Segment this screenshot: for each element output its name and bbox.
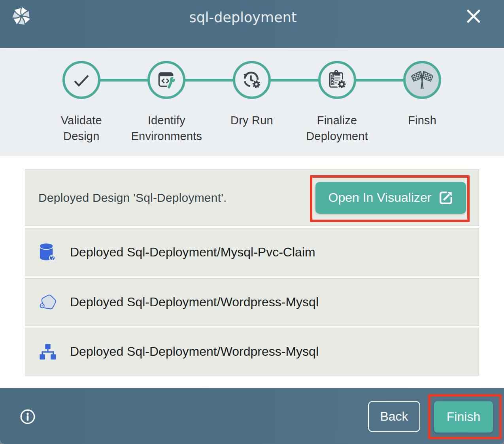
design-summary-row: Deployed Design 'Sql-Deployment'. Open I… bbox=[25, 169, 479, 226]
step-dry-run: Dry Run bbox=[209, 48, 294, 144]
open-in-visualizer-button[interactable]: Open In Visualizer bbox=[315, 182, 466, 214]
step-circle-finalize[interactable] bbox=[318, 61, 356, 99]
step-label: Dry Run bbox=[230, 112, 273, 128]
clipboard-gear-icon bbox=[326, 69, 348, 91]
step-label-line1: Finalize bbox=[317, 114, 357, 127]
pentagon-icon bbox=[40, 293, 56, 311]
info-icon[interactable] bbox=[20, 409, 36, 425]
result-icon-cell bbox=[40, 343, 56, 360]
result-icon-cell bbox=[40, 242, 56, 262]
step-label-line1: Finsh bbox=[408, 114, 436, 127]
dialog-title: sql-deployment bbox=[0, 0, 486, 35]
step-validate-design: ValidateDesign bbox=[39, 48, 124, 144]
result-icon-cell bbox=[40, 293, 56, 311]
checkered-flags-icon bbox=[409, 70, 436, 90]
deployment-results: Deployed Design 'Sql-Deployment'. Open I… bbox=[25, 169, 479, 376]
result-row-wordpress-mysql-1: Deployed Sql-Deployment/Wordpress-Mysql bbox=[25, 278, 479, 326]
finish-button[interactable]: Finish bbox=[434, 401, 493, 433]
deployment-wizard-dialog: sql-deployment ValidateDesign bbox=[0, 0, 504, 444]
step-label: IdentifyEnvironments bbox=[131, 112, 202, 144]
result-row-mysql-pvc-claim: Deployed Sql-Deployment/Mysql-Pvc-Claim bbox=[25, 228, 479, 276]
close-icon[interactable] bbox=[466, 8, 481, 24]
step-label: Finsh bbox=[408, 112, 436, 128]
step-finalize-deployment: FinalizeDeployment bbox=[294, 48, 380, 144]
step-circle-finish[interactable] bbox=[403, 61, 441, 99]
step-finish: Finsh bbox=[379, 48, 465, 144]
code-window-wrench-icon bbox=[156, 70, 177, 90]
step-label-line2: Environments bbox=[131, 130, 202, 142]
dialog-footer: Back Finish bbox=[0, 388, 504, 444]
step-label: FinalizeDeployment bbox=[306, 112, 368, 144]
back-button[interactable]: Back bbox=[368, 401, 420, 432]
step-circle-identify[interactable] bbox=[147, 61, 185, 99]
step-label-line1: Validate bbox=[61, 114, 102, 127]
deployment-stepper: ValidateDesign Identi bbox=[0, 48, 504, 156]
step-identify-environments: IdentifyEnvironments bbox=[124, 48, 210, 144]
step-label-line1: Dry Run bbox=[230, 114, 273, 127]
result-text: Deployed Sql-Deployment/Mysql-Pvc-Claim bbox=[70, 245, 315, 260]
result-row-wordpress-mysql-2: Deployed Sql-Deployment/Wordpress-Mysql bbox=[25, 328, 479, 376]
step-label-line2: Deployment bbox=[306, 130, 368, 142]
history-gear-icon bbox=[242, 70, 262, 90]
result-text: Deployed Sql-Deployment/Wordpress-Mysql bbox=[70, 295, 319, 309]
dialog-header: sql-deployment bbox=[0, 0, 504, 48]
step-circle-validate[interactable] bbox=[62, 61, 100, 99]
open-in-visualizer-label: Open In Visualizer bbox=[328, 190, 432, 205]
database-icon bbox=[40, 242, 56, 262]
stepper-steps: ValidateDesign Identi bbox=[39, 48, 465, 144]
external-link-icon bbox=[439, 191, 453, 205]
step-label-line1: Identify bbox=[148, 114, 185, 127]
step-circle-dry-run[interactable] bbox=[233, 61, 271, 99]
check-icon bbox=[71, 70, 92, 90]
result-text: Deployed Sql-Deployment/Wordpress-Mysql bbox=[70, 344, 319, 359]
step-label: ValidateDesign bbox=[61, 112, 102, 144]
design-summary-text: Deployed Design 'Sql-Deployment'. bbox=[38, 191, 227, 205]
hierarchy-icon bbox=[40, 343, 56, 360]
step-label-line2: Design bbox=[63, 130, 99, 142]
